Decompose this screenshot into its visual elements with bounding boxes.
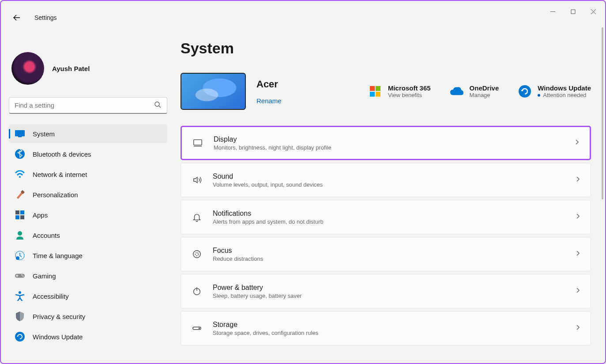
sidebar-item-accounts[interactable]: Accounts [9,226,167,244]
svg-point-23 [519,85,531,98]
setting-title: Power & battery [213,284,575,292]
sidebar-item-bluetooth-devices[interactable]: Bluetooth & devices [9,145,167,163]
sidebar-item-label: Accessibility [33,293,69,300]
svg-point-1 [155,102,159,106]
setting-sub: Reduce distractions [213,255,575,262]
sidebar-item-label: System [33,130,55,138]
svg-rect-3 [18,136,22,137]
sidebar-item-label: Gaming [33,272,56,280]
brush-icon [15,190,25,199]
quicklink-title: Windows Update [538,84,591,92]
scrollbar[interactable] [602,27,603,199]
sidebar-item-windows-update[interactable]: Windows Update [9,327,167,346]
svg-rect-20 [376,86,380,91]
profile-block[interactable]: Ayush Patel [9,52,167,85]
svg-rect-2 [15,130,25,136]
svg-point-11 [18,231,22,236]
sidebar-item-personalization[interactable]: Personalization [9,185,167,204]
svg-rect-19 [370,86,375,91]
sidebar-item-gaming[interactable]: Gaming [9,266,167,285]
quicklink-microsoft-[interactable]: Microsoft 365View benefits [369,84,431,98]
svg-point-25 [193,251,201,258]
sound-icon [191,175,203,185]
sidebar-item-apps[interactable]: Apps [9,206,167,224]
system-icon [15,129,25,139]
svg-point-26 [195,252,198,255]
setting-title: Focus [213,247,575,255]
quicklink-sub: View benefits [388,92,431,98]
rename-link[interactable]: Rename [256,97,318,105]
svg-point-16 [23,276,24,277]
close-button[interactable] [583,4,603,19]
chevron-right-icon [575,213,581,221]
sidebar-item-time-language[interactable]: Time & language [9,246,167,265]
quicklink-onedrive[interactable]: OneDriveManage [450,84,499,98]
setting-sub: Monitors, brightness, night light, displ… [214,144,574,151]
setting-power-battery[interactable]: Power & batterySleep, battery usage, bat… [181,274,591,308]
attention-dot [538,94,540,97]
profile-name: Ayush Patel [52,65,90,72]
main-content: System Acer Rename Microsoft 365View ben… [175,22,605,364]
quicklink-sub: Manage [470,92,499,98]
svg-point-5 [19,176,21,178]
svg-point-17 [19,291,21,294]
shield-icon [15,311,25,321]
svg-rect-21 [370,92,375,97]
apps-icon [15,210,25,220]
svg-rect-24 [194,140,202,145]
device-thumbnail[interactable] [181,73,246,110]
gamepad-icon [15,271,25,281]
svg-rect-0 [571,10,575,14]
sidebar-item-label: Privacy & security [33,313,85,320]
window-titlebar [1,1,605,22]
sidebar-item-label: Accounts [33,232,60,239]
quicklink-windows-update[interactable]: Windows UpdateAttention needed [518,84,591,98]
minimize-button[interactable] [542,4,563,19]
chevron-right-icon [575,250,581,258]
update-icon [15,332,25,341]
power-icon [191,286,203,296]
search-icon [154,101,161,110]
chevron-right-icon [574,139,580,147]
back-button[interactable] [8,9,26,26]
app-title: Settings [34,14,57,21]
setting-title: Notifications [213,210,575,218]
setting-sub: Alerts from apps and system, do not dist… [213,218,575,225]
setting-sound[interactable]: SoundVolume levels, output, input, sound… [181,163,591,197]
sidebar-item-label: Windows Update [33,333,83,341]
sidebar-item-accessibility[interactable]: Accessibility [9,287,167,305]
setting-storage[interactable]: StorageStorage space, drives, configurat… [181,311,591,345]
quicklink-sub: Attention needed [538,92,591,98]
sidebar-item-label: Apps [33,211,48,219]
setting-sub: Volume levels, output, input, sound devi… [213,181,575,188]
onedrive-icon [450,85,463,98]
maximize-button[interactable] [563,4,583,19]
setting-display[interactable]: DisplayMonitors, brightness, night light… [181,126,591,160]
sidebar-item-privacy-security[interactable]: Privacy & security [9,307,167,326]
setting-focus[interactable]: FocusReduce distractions [181,237,591,271]
update-blue-icon [518,85,531,98]
sidebar-item-system[interactable]: System [9,124,167,143]
quicklink-title: Microsoft 365 [388,84,431,92]
focus-icon [191,249,203,259]
sidebar-item-network-internet[interactable]: Network & internet [9,165,167,184]
quicklink-title: OneDrive [470,84,499,92]
display-icon [192,138,204,148]
svg-point-18 [15,332,25,341]
setting-sub: Sleep, battery usage, battery saver [213,293,575,299]
setting-title: Display [214,135,574,143]
page-title: System [181,40,591,57]
bluetooth-icon [15,149,25,159]
setting-notifications[interactable]: NotificationsAlerts from apps and system… [181,200,591,234]
svg-rect-10 [20,215,24,219]
svg-rect-9 [15,215,19,219]
storage-icon [191,323,203,333]
sidebar-item-label: Network & internet [33,171,87,178]
svg-point-29 [199,328,200,329]
setting-title: Sound [213,173,575,180]
wifi-icon [15,169,25,179]
svg-rect-22 [376,92,380,97]
svg-rect-8 [20,210,24,214]
sidebar-item-label: Personalization [33,191,78,199]
search-input[interactable] [9,97,167,114]
